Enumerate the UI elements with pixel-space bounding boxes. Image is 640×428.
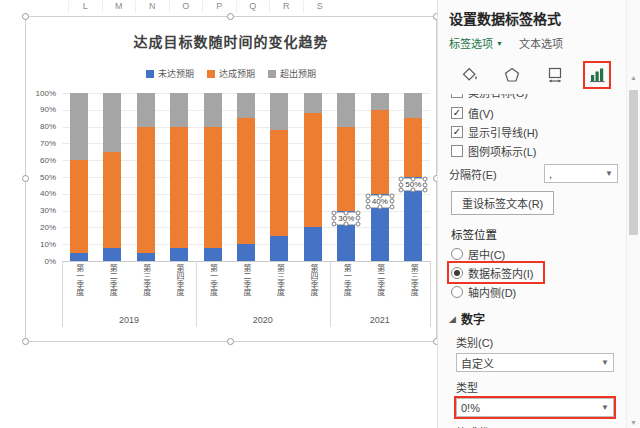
checkbox-row[interactable]: ✓值(V) <box>449 103 618 122</box>
checkbox-row[interactable]: ✓显示引导线(H) <box>449 122 618 141</box>
data-label[interactable]: 50% <box>400 178 426 191</box>
category-dropdown[interactable]: 自定义 ▼ <box>456 353 614 372</box>
checkbox[interactable] <box>451 94 463 98</box>
bar-segment[interactable] <box>270 93 288 130</box>
selection-handle <box>356 216 361 221</box>
bar-segment[interactable] <box>404 118 422 177</box>
selection-handle <box>389 193 394 198</box>
column-header-S[interactable]: S <box>303 0 337 13</box>
legend-item[interactable]: 超出预期 <box>268 67 316 80</box>
scroll-down-icon[interactable]: ▼ <box>627 419 640 426</box>
bar-segment[interactable] <box>304 227 322 261</box>
size-properties-icon[interactable] <box>543 63 567 87</box>
radio-label: 数据标签内(I) <box>468 265 533 281</box>
effects-icon[interactable] <box>500 63 524 87</box>
x-tick-label: 第三季度 <box>408 264 418 296</box>
bar-segment[interactable] <box>103 93 121 152</box>
bar-segment[interactable] <box>371 110 389 194</box>
bar-segment[interactable] <box>237 93 255 118</box>
column-headers: LMNOPQRS <box>68 0 336 13</box>
chart-selection-handle[interactable] <box>22 175 29 182</box>
bar-segment[interactable] <box>170 93 188 127</box>
chart-selection-handle[interactable] <box>227 13 234 20</box>
bar-segment[interactable] <box>270 130 288 236</box>
label-position-options: 居中(C)数据标签内(I)轴内侧(D) <box>449 244 618 301</box>
column-header-M[interactable]: M <box>102 0 136 13</box>
scrollbar-thumb[interactable] <box>629 90 638 235</box>
bar-segment[interactable] <box>70 253 88 261</box>
data-label[interactable]: 30% <box>333 212 359 225</box>
bar-segment[interactable] <box>237 244 255 261</box>
bar-segment[interactable] <box>103 152 121 248</box>
legend-item[interactable]: 达成预期 <box>207 67 255 80</box>
bar-segment[interactable] <box>337 127 355 211</box>
selection-handle <box>365 204 370 209</box>
chart[interactable]: 达成目标数随时间的变化趋势 未达预期达成预期超出预期 100%90%80%70%… <box>25 16 437 342</box>
panel-scrollbar[interactable]: ▲ ▼ <box>626 0 640 428</box>
bar-segment[interactable] <box>204 248 222 261</box>
checkbox[interactable]: ✓ <box>451 107 463 119</box>
column-header-L[interactable]: L <box>68 0 102 13</box>
y-tick-label: 0% <box>26 257 56 266</box>
bar-segment[interactable] <box>237 118 255 244</box>
category-value: 自定义 <box>461 355 494 371</box>
radio[interactable] <box>451 286 463 298</box>
chart-selection-handle[interactable] <box>227 338 234 345</box>
column-header-O[interactable]: O <box>169 0 203 13</box>
reset-label-text-button[interactable]: 重设标签文本(R) <box>451 191 554 215</box>
radio-row[interactable]: 轴内侧(D) <box>449 282 618 301</box>
number-section-header[interactable]: ◢ 数字 <box>449 310 618 327</box>
bar-segment[interactable] <box>137 127 155 253</box>
y-tick-label: 30% <box>26 206 56 215</box>
bar-segment[interactable] <box>404 93 422 118</box>
bar-segment[interactable] <box>170 248 188 261</box>
radio-row[interactable]: 数据标签内(I) <box>449 263 543 282</box>
selection-handle <box>356 221 361 226</box>
bar-segment[interactable] <box>304 93 322 113</box>
radio[interactable] <box>451 248 463 260</box>
checkbox[interactable] <box>451 145 463 157</box>
bar-segment[interactable] <box>170 127 188 248</box>
bar-segment[interactable] <box>137 253 155 261</box>
label-options-chart-icon[interactable] <box>585 63 609 87</box>
data-label[interactable]: 40% <box>367 195 393 208</box>
axis-separator <box>430 261 431 327</box>
selection-handle <box>423 182 428 187</box>
bar-segment[interactable] <box>70 93 88 160</box>
plot-area[interactable]: 30%40%50% <box>62 93 430 261</box>
bar-segment[interactable] <box>337 93 355 127</box>
bar-segment[interactable] <box>270 236 288 261</box>
bar-segment[interactable] <box>371 93 389 110</box>
checkbox-row[interactable]: 图例项标示(L) <box>449 141 618 160</box>
column-header-N[interactable]: N <box>135 0 169 13</box>
bar-segment[interactable] <box>304 113 322 227</box>
column-header-P[interactable]: P <box>202 0 236 13</box>
tab-text-options[interactable]: 文本选项 <box>519 35 563 51</box>
checkbox[interactable]: ✓ <box>451 126 463 138</box>
bar-segment[interactable] <box>137 93 155 127</box>
fill-line-icon[interactable] <box>458 63 482 87</box>
bar-segment[interactable] <box>103 248 121 261</box>
type-dropdown[interactable]: 0!% ▼ <box>456 398 614 417</box>
chart-selection-handle[interactable] <box>22 13 29 20</box>
legend-label: 未达预期 <box>158 67 194 80</box>
clipped-option-row[interactable]: 类别名称(G) <box>449 94 618 103</box>
radio[interactable] <box>451 267 463 279</box>
tab-label-options[interactable]: 标签选项 ▼ <box>449 35 503 51</box>
scroll-up-icon[interactable]: ▲ <box>627 74 640 81</box>
legend-item[interactable]: 未达预期 <box>146 67 194 80</box>
selection-handle <box>344 210 349 215</box>
bar-segment[interactable] <box>204 93 222 127</box>
year-label: 2019 <box>62 315 196 325</box>
bar-segment[interactable] <box>70 160 88 252</box>
bar-segment[interactable] <box>204 127 222 248</box>
column-header-R[interactable]: R <box>269 0 303 13</box>
separator-dropdown[interactable]: , ▼ <box>544 164 618 183</box>
x-tick-label: 第一季度 <box>74 264 84 296</box>
number-section-title: 数字 <box>461 310 485 327</box>
chart-selection-handle[interactable] <box>22 338 29 345</box>
column-header-Q[interactable]: Q <box>236 0 270 13</box>
year-label: 2020 <box>196 315 330 325</box>
radio-row[interactable]: 居中(C) <box>449 244 618 263</box>
x-axis: 第一季度第二季度第三季度第四季度第一季度第二季度第三季度第四季度第一季度第二季度… <box>62 261 430 331</box>
